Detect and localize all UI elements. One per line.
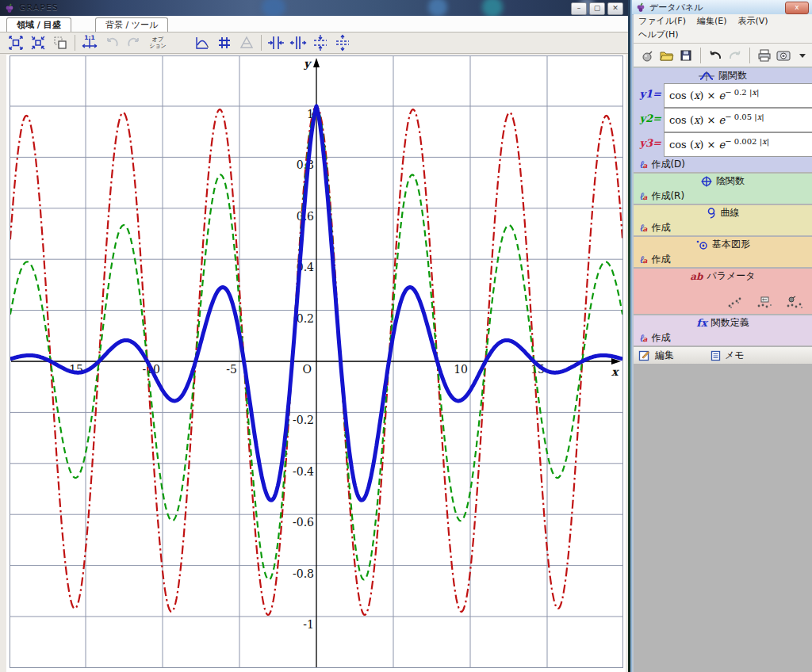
section-title: 曲線 bbox=[721, 206, 740, 220]
function-definition-icon: fx bbox=[696, 317, 707, 329]
menu-edit[interactable]: 編集(E) bbox=[697, 15, 727, 27]
graph-frame-icon[interactable] bbox=[191, 33, 213, 53]
edit-label[interactable]: 編集 bbox=[655, 349, 674, 362]
menu-view[interactable]: 表示(V) bbox=[738, 15, 768, 27]
function-row-y1: y1= cos (x) × e− 0.2 |x| bbox=[634, 83, 812, 108]
copy-region-icon[interactable] bbox=[49, 33, 71, 53]
x-axis-label: x bbox=[611, 365, 619, 378]
options-button[interactable]: オプ ション bbox=[145, 33, 170, 53]
save-icon[interactable] bbox=[676, 45, 695, 65]
chevron-down-icon[interactable] bbox=[793, 45, 812, 65]
plot-frame: -15-10-5101510.80.60.40.2-0.2-0.4-0.6-0.… bbox=[10, 55, 623, 668]
tab-background-tools[interactable]: 背景 / ツール bbox=[95, 17, 168, 32]
y-tick-label: -0.4 bbox=[293, 465, 314, 478]
function-input-y3[interactable]: cos (x) × e− 0.002 |x| bbox=[664, 132, 812, 157]
redo-view-icon bbox=[123, 33, 145, 53]
section-title: 基本図形 bbox=[712, 238, 750, 251]
create-implicit-button[interactable]: ℓa 作成(R) bbox=[634, 189, 812, 204]
footprint-icon[interactable] bbox=[726, 296, 744, 310]
x-tick-label: 10 bbox=[454, 363, 468, 376]
open-folder-icon[interactable] bbox=[657, 45, 676, 65]
tab-region-scale[interactable]: 領域 / 目盛 bbox=[6, 17, 71, 32]
create-curve-button[interactable]: ℓa 作成 bbox=[634, 220, 812, 235]
edit-memo-row: 編集 メモ bbox=[634, 347, 812, 364]
section-curve-header[interactable]: 曲線 bbox=[634, 205, 812, 220]
grapes-window: GRAPES – ▢ ✕ 領域 / 目盛 背景 / ツール 1:1 オプ ション bbox=[0, 0, 628, 672]
data-panel-body: 陽関数 y1= cos (x) × e− 0.2 |x| y2= cos (x)… bbox=[634, 68, 812, 672]
section-title: 陽関数 bbox=[718, 69, 747, 82]
grapes-titlebar[interactable]: GRAPES – ▢ ✕ bbox=[0, 0, 628, 16]
desktop-blob bbox=[262, 0, 285, 16]
y-tick-label: -0.8 bbox=[293, 567, 314, 580]
function-row-y3: y3= cos (x) × e− 0.002 |x| bbox=[634, 132, 812, 157]
section-explicit-header[interactable]: 陽関数 bbox=[634, 68, 812, 83]
explicit-function-icon bbox=[699, 71, 714, 81]
close-button[interactable]: ✕ bbox=[607, 2, 623, 15]
create-funcdef-button[interactable]: ℓa 作成 bbox=[634, 330, 812, 346]
memo-icon bbox=[710, 350, 721, 361]
equal-scale-icon[interactable]: 1:1 bbox=[79, 33, 101, 53]
create-label: 作成 bbox=[651, 221, 670, 235]
menu-file[interactable]: ファイル(F) bbox=[638, 15, 686, 27]
v-expand-icon[interactable] bbox=[331, 33, 354, 53]
data-panel-window: データパネル x ファイル(F) 編集(E) 表示(V) ヘルプ(H) 陽関数 bbox=[630, 0, 812, 672]
create-pen-icon: ℓa bbox=[640, 254, 647, 266]
undo-icon[interactable] bbox=[706, 45, 725, 65]
y-tick-label: -0.2 bbox=[293, 414, 314, 426]
section-implicit-functions: 陰関数 ℓa 作成(R) bbox=[634, 174, 812, 204]
memo-label: メモ bbox=[725, 349, 745, 362]
function-name-y2: y2= bbox=[634, 108, 664, 132]
desktop-blob bbox=[428, 0, 447, 16]
function-input-y1[interactable]: cos (x) × e− 0.2 |x| bbox=[664, 83, 812, 108]
create-basic-button[interactable]: ℓa 作成 bbox=[634, 252, 812, 267]
maximize-button[interactable]: ▢ bbox=[589, 2, 605, 15]
data-panel-menubar: ファイル(F) 編集(E) 表示(V) ヘルプ(H) bbox=[634, 14, 812, 44]
expand-region-icon[interactable] bbox=[5, 33, 27, 53]
memo-button[interactable]: メモ bbox=[710, 349, 745, 362]
footprint-run-icon[interactable] bbox=[785, 296, 804, 310]
section-funcdef-header[interactable]: fx 関数定義 bbox=[634, 315, 812, 330]
section-title: パラメータ bbox=[707, 269, 756, 283]
v-compress-icon[interactable] bbox=[309, 33, 331, 53]
section-parameter-header[interactable]: ab パラメータ bbox=[634, 269, 812, 284]
data-panel-title: データパネル bbox=[649, 2, 703, 13]
undo-view-icon bbox=[101, 33, 123, 53]
grapes-app-icon bbox=[4, 2, 15, 13]
section-basic-header[interactable]: 基本図形 bbox=[634, 237, 812, 252]
data-panel-titlebar[interactable]: データパネル x bbox=[632, 0, 812, 15]
create-pen-icon: ℓa bbox=[640, 222, 647, 235]
main-toolbar: 1:1 オプ ション bbox=[0, 32, 628, 54]
tabstrip: 領域 / 目盛 背景 / ツール bbox=[0, 16, 628, 32]
y-tick-label: 0.2 bbox=[297, 312, 314, 325]
create-label: 作成(R) bbox=[651, 189, 684, 203]
section-implicit-header[interactable]: 陰関数 bbox=[634, 174, 812, 189]
print-icon[interactable] bbox=[755, 45, 774, 65]
h-compress-icon[interactable] bbox=[265, 33, 287, 53]
equal-scale-label: 1:1 bbox=[84, 34, 94, 41]
create-label: 作成 bbox=[651, 331, 670, 345]
section-title: 陰関数 bbox=[716, 174, 745, 188]
y-axis-label: y bbox=[303, 57, 312, 71]
minimize-button[interactable]: – bbox=[571, 2, 587, 15]
shrink-region-icon[interactable] bbox=[27, 33, 49, 53]
parameter-animation-icons bbox=[634, 292, 812, 314]
new-icon[interactable] bbox=[638, 45, 657, 65]
close-icon[interactable]: x bbox=[785, 2, 809, 14]
options-label-2: ション bbox=[149, 43, 167, 49]
create-explicit-button[interactable]: ℓa 作成(D) bbox=[634, 157, 812, 172]
graph-canvas[interactable]: -15-10-5101510.80.60.40.2-0.2-0.4-0.6-0.… bbox=[10, 56, 622, 667]
grid-toggle-icon[interactable] bbox=[213, 33, 236, 53]
section-curves: 曲線 ℓa 作成 bbox=[634, 205, 812, 235]
menu-help[interactable]: ヘルプ(H) bbox=[638, 29, 679, 40]
footprint-frame-icon[interactable] bbox=[755, 296, 774, 310]
function-input-y2[interactable]: cos (x) × e− 0.05 |x| bbox=[664, 108, 812, 132]
basic-figure-icon bbox=[695, 239, 708, 250]
section-function-definition: fx 関数定義 ℓa 作成 bbox=[634, 315, 812, 346]
screenshot-icon[interactable] bbox=[774, 45, 793, 65]
create-label: 作成 bbox=[651, 253, 670, 266]
graph-area: -15-10-5101510.80.60.40.2-0.2-0.4-0.6-0.… bbox=[6, 55, 626, 672]
h-expand-icon[interactable] bbox=[287, 33, 309, 53]
angle-tool-icon bbox=[236, 33, 258, 53]
create-pen-icon: ℓa bbox=[640, 158, 647, 171]
edit-icon[interactable] bbox=[638, 349, 650, 361]
